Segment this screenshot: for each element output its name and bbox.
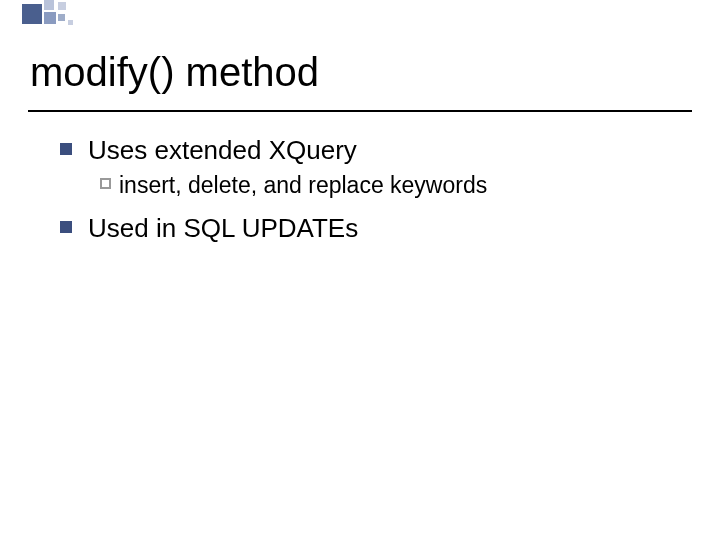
bullet-text: Used in SQL UPDATEs xyxy=(88,213,358,243)
bullet-text: insert, delete, and replace keywords xyxy=(119,172,487,198)
corner-decoration xyxy=(0,0,120,30)
bullet-filled-icon xyxy=(60,221,72,233)
bullet-text: Uses extended XQuery xyxy=(88,135,357,165)
list-item: insert, delete, and replace keywords xyxy=(100,172,680,199)
list-item: Uses extended XQuery insert, delete, and… xyxy=(60,135,680,199)
slide: modify() method Uses extended XQuery ins… xyxy=(0,0,720,540)
title-separator xyxy=(28,110,692,112)
slide-body: Uses extended XQuery insert, delete, and… xyxy=(60,135,680,254)
list-item: Used in SQL UPDATEs xyxy=(60,213,680,244)
bullet-filled-icon xyxy=(60,143,72,155)
bullet-hollow-icon xyxy=(100,178,111,189)
slide-title: modify() method xyxy=(30,50,319,95)
